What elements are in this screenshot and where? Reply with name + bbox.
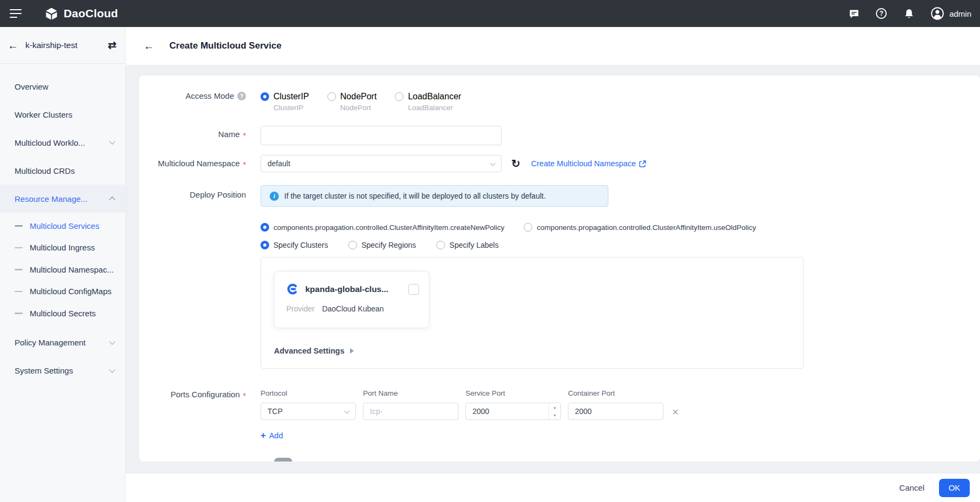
chevron-down-icon — [109, 367, 115, 372]
chevron-down-icon — [490, 161, 496, 166]
daocloud-cube-icon — [44, 6, 59, 21]
dash-icon — [15, 269, 23, 270]
radio-icon — [348, 241, 357, 249]
chevron-down-icon — [109, 338, 115, 344]
sidebar-item-multicloud-configmaps[interactable]: Multicloud ConfigMaps — [0, 281, 125, 303]
specify-labels-option[interactable]: Specify Labels — [436, 241, 498, 249]
radio-icon — [436, 241, 445, 249]
radio-icon — [261, 92, 269, 101]
advanced-settings-toggle[interactable]: Advanced Settings — [274, 347, 354, 355]
user-menu[interactable]: admin — [930, 6, 971, 21]
sidebar-item-system-settings[interactable]: System Settings — [0, 357, 125, 385]
remove-port-row-icon[interactable]: × — [672, 406, 679, 417]
radio-icon — [524, 223, 532, 232]
sidebar-item-multicloud-crds[interactable]: Multicloud CRDs — [0, 157, 125, 185]
page-header: ← Create Multicloud Service — [126, 27, 980, 65]
notifications-bell-icon[interactable] — [903, 8, 915, 19]
access-mode-row: Access Mode ? ClusterIP ClusterIP NodePo… — [139, 91, 980, 112]
name-input[interactable] — [261, 126, 502, 145]
container-port-input[interactable] — [568, 403, 663, 420]
policy-option-use-old[interactable]: components.propagation.controlled.Cluste… — [524, 223, 756, 232]
brand-name: DaoCloud — [64, 7, 118, 20]
dash-icon — [15, 291, 23, 293]
specify-regions-option[interactable]: Specify Regions — [348, 241, 416, 249]
help-icon[interactable]: ? — [875, 8, 887, 19]
sidebar-back-icon[interactable]: ← — [8, 40, 18, 51]
sidebar: ← k-kairship-test ⇄ Overview Worker Clus… — [0, 27, 126, 502]
container-port-column-header: Container Port — [568, 389, 670, 397]
port-name-input[interactable] — [363, 403, 458, 420]
service-port-column-header: Service Port — [465, 389, 568, 397]
sidebar-item-multicloud-ingress[interactable]: Multicloud Ingress — [0, 237, 125, 259]
current-cluster-name: k-kairship-test — [25, 40, 108, 50]
external-link-icon — [639, 160, 646, 167]
deploy-info-alert: i If the target cluster is not specified… — [261, 185, 608, 207]
deploy-alert-text: If the target cluster is not specified, … — [284, 192, 546, 200]
username: admin — [949, 9, 971, 18]
ports-configuration-label: Ports Configuration — [170, 390, 239, 399]
cluster-card-kpanda-global[interactable]: kpanda-global-clus... Provider DaoCloud … — [274, 271, 429, 328]
namespace-row: Multicloud Namespace * default ↻ Create … — [139, 155, 980, 172]
sidebar-item-overview[interactable]: Overview — [0, 72, 125, 100]
form-footer: Cancel OK — [126, 473, 980, 502]
sidebar-item-multicloud-services[interactable]: Multicloud Services — [0, 215, 125, 237]
namespace-select[interactable]: default — [261, 155, 502, 172]
access-mode-option-clusterip[interactable]: ClusterIP ClusterIP — [261, 92, 309, 112]
sidebar-header: ← k-kairship-test ⇄ — [0, 27, 125, 64]
page-back-icon[interactable]: ← — [143, 40, 154, 51]
sidebar-item-policy-management[interactable]: Policy Management — [0, 329, 125, 357]
spinner-up-icon[interactable]: ▴ — [549, 403, 560, 411]
ok-button[interactable]: OK — [939, 479, 970, 497]
create-service-form: Access Mode ? ClusterIP ClusterIP NodePo… — [139, 76, 980, 462]
access-mode-option-nodeport[interactable]: NodePort NodePort — [327, 92, 377, 112]
required-asterisk: * — [243, 159, 246, 169]
switch-cluster-icon[interactable]: ⇄ — [108, 39, 116, 51]
chevron-down-icon — [345, 409, 350, 414]
provider-label: Provider — [286, 304, 314, 313]
protocol-select[interactable]: TCP — [261, 403, 356, 420]
question-icon[interactable]: ? — [237, 92, 246, 100]
sidebar-item-resource-management[interactable]: Resource Manage... — [0, 185, 125, 213]
sidebar-item-worker-clusters[interactable]: Worker Clusters — [0, 100, 125, 128]
cluster-icon — [286, 283, 299, 295]
hamburger-menu-icon[interactable] — [10, 9, 22, 18]
avatar-icon — [930, 6, 944, 21]
radio-icon — [395, 92, 403, 101]
cluster-selection-panel: kpanda-global-clus... Provider DaoCloud … — [261, 257, 804, 369]
chevron-down-icon — [109, 138, 115, 144]
cancel-button[interactable]: Cancel — [899, 483, 924, 492]
dash-icon — [15, 225, 23, 227]
cluster-checkbox[interactable] — [408, 284, 419, 295]
name-row: Name * — [139, 126, 980, 145]
namespace-label: Multicloud Namespace — [158, 159, 240, 168]
dash-icon — [15, 247, 23, 249]
provider-value: DaoCloud Kubean — [322, 304, 383, 313]
ports-configuration-row: Ports Configuration * Portocol Port Name… — [139, 389, 980, 440]
policy-option-create-new[interactable]: components.propagation.controlled.Cluste… — [261, 223, 504, 232]
dash-icon — [15, 313, 23, 314]
specify-clusters-option[interactable]: Specify Clusters — [261, 241, 328, 249]
port-name-column-header: Port Name — [363, 389, 465, 397]
brand-logo[interactable]: DaoCloud — [44, 6, 118, 21]
service-port-input[interactable] — [465, 403, 561, 420]
top-navbar: DaoCloud ? admin — [0, 0, 980, 27]
add-port-button[interactable]: + Add — [261, 431, 679, 440]
name-label: Name — [218, 130, 240, 139]
info-icon: i — [270, 192, 279, 201]
spinner-down-icon[interactable]: ▾ — [549, 411, 560, 419]
access-mode-label: Access Mode — [186, 91, 234, 100]
refresh-icon[interactable]: ↻ — [511, 158, 520, 169]
sidebar-item-multicloud-workloads[interactable]: Multicloud Worklo... — [0, 128, 125, 157]
chevron-right-icon — [350, 348, 354, 354]
session-affinity-toggle[interactable] — [274, 458, 292, 462]
sidebar-item-multicloud-namespaces[interactable]: Multicloud Namespac... — [0, 259, 125, 281]
radio-icon — [261, 223, 269, 232]
plus-icon: + — [261, 431, 266, 440]
deploy-position-label: Deploy Position — [190, 190, 246, 199]
create-namespace-link[interactable]: Create Multicloud Namespace — [531, 159, 646, 168]
sidebar-item-multicloud-secrets[interactable]: Multicloud Secrets — [0, 302, 125, 324]
page-title: Create Multicloud Service — [169, 40, 282, 51]
chat-icon[interactable] — [848, 8, 860, 19]
access-mode-option-loadbalancer[interactable]: LoadBalancer LoadBalancer — [395, 92, 461, 112]
required-asterisk: * — [243, 390, 246, 400]
